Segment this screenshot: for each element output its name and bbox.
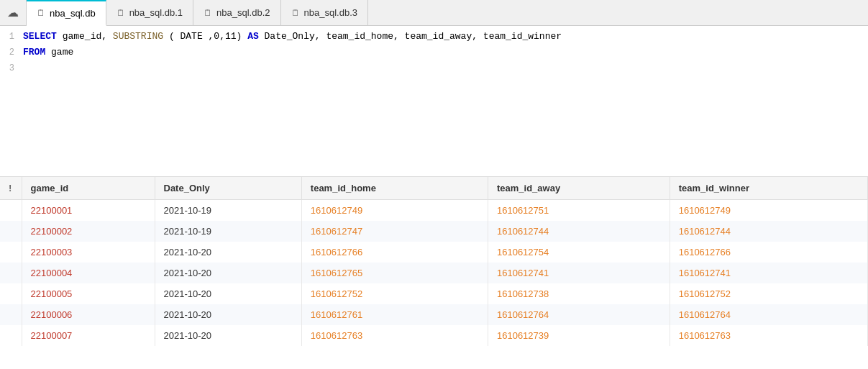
tab-label-3: nba_sql.db.2 [216,7,270,18]
tab-bar: ☁ 🗒 nba_sql.db 🗒 nba_sql.db.1 🗒 nba_sql.… [0,0,868,26]
cell-team-winner: 1610612741 [670,263,867,283]
table-row: 22100007 2021-10-20 1610612763 161061273… [0,325,868,346]
cell-indicator [0,221,22,242]
results-panel: ! game_id Date_Only team_id_home team_id… [0,177,868,346]
cell-team-home: 1610612761 [301,304,488,325]
tab-nba-sql-db-1[interactable]: 🗒 nba_sql.db.1 [106,0,193,25]
cell-indicator [0,263,22,283]
tab-nba-sql-db[interactable]: 🗒 nba_sql.db [27,0,106,26]
cell-team-winner: 1610612752 [670,283,867,304]
table-row: 22100005 2021-10-20 1610612752 161061273… [0,283,868,304]
line-content-2: FROM game [20,45,868,60]
table-row: 22100002 2021-10-19 1610612747 161061274… [0,221,868,242]
cell-date: 2021-10-20 [155,283,301,304]
cell-team-winner: 1610612766 [670,242,867,263]
cell-date: 2021-10-20 [155,304,301,325]
cell-date: 2021-10-20 [155,325,301,346]
cell-game-id: 22100004 [22,263,155,283]
cell-game-id: 22100002 [22,221,155,242]
table-row: 22100003 2021-10-20 1610612766 161061275… [0,242,868,263]
cell-team-home: 1610612765 [301,263,488,283]
cell-team-home: 1610612747 [301,221,488,242]
editor-line-2: 2 FROM game [0,45,868,60]
col-header-team-id-home[interactable]: team_id_home [301,177,488,200]
db-icon-2: 🗒 [117,8,125,18]
cell-team-home: 1610612763 [301,325,488,346]
cell-team-away: 1610612741 [488,263,670,283]
cell-game-id: 22100003 [22,242,155,263]
cell-team-away: 1610612754 [488,242,670,263]
col-header-team-id-away[interactable]: team_id_away [488,177,670,200]
col-header-indicator: ! [0,177,22,200]
sql-editor[interactable]: 1 SELECT game_id, SUBSTRING ( DATE ,0,11… [0,26,868,177]
cell-team-winner: 1610612749 [670,200,867,222]
results-table: ! game_id Date_Only team_id_home team_id… [0,177,868,346]
cell-team-away: 1610612764 [488,304,670,325]
db-icon-3: 🗒 [204,8,212,18]
tab-nba-sql-db-2[interactable]: 🗒 nba_sql.db.2 [193,0,280,25]
col-header-date-only[interactable]: Date_Only [155,177,301,200]
table-body: 22100001 2021-10-19 1610612749 161061275… [0,200,868,347]
cell-date: 2021-10-20 [155,242,301,263]
cell-team-home: 1610612752 [301,283,488,304]
cell-game-id: 22100001 [22,200,155,222]
table-row: 22100004 2021-10-20 1610612765 161061274… [0,263,868,283]
tab-label-4: nba_sql.db.3 [304,7,357,18]
cell-team-away: 1610612751 [488,200,670,222]
cell-date: 2021-10-19 [155,200,301,222]
col-header-team-id-winner[interactable]: team_id_winner [670,177,867,200]
cell-team-winner: 1610612744 [670,221,867,242]
cell-indicator [0,200,22,222]
tab-nba-sql-db-3[interactable]: 🗒 nba_sql.db.3 [281,0,368,25]
table-row: 22100001 2021-10-19 1610612749 161061275… [0,200,868,222]
line-content-1: SELECT game_id, SUBSTRING ( DATE ,0,11) … [20,29,868,45]
cell-team-away: 1610612739 [488,325,670,346]
table-row: 22100006 2021-10-20 1610612761 161061276… [0,304,868,325]
col-header-game-id[interactable]: game_id [22,177,155,200]
cell-game-id: 22100007 [22,325,155,346]
cell-team-home: 1610612766 [301,242,488,263]
db-icon-4: 🗒 [291,8,300,18]
cell-indicator [0,304,22,325]
tab-label-2: nba_sql.db.1 [129,7,183,18]
cell-indicator [0,242,22,263]
cell-team-winner: 1610612764 [670,304,867,325]
table-header-row: ! game_id Date_Only team_id_home team_id… [0,177,868,200]
cell-indicator [0,283,22,304]
cell-game-id: 22100005 [22,283,155,304]
cell-team-away: 1610612738 [488,283,670,304]
cell-date: 2021-10-19 [155,221,301,242]
cell-game-id: 22100006 [22,304,155,325]
cell-team-winner: 1610612763 [670,325,867,346]
line-number-2: 2 [0,45,20,60]
tab-label-1: nba_sql.db [50,8,96,19]
cell-team-away: 1610612744 [488,221,670,242]
editor-line-1: 1 SELECT game_id, SUBSTRING ( DATE ,0,11… [0,29,868,45]
db-icon-1: 🗒 [37,8,45,18]
editor-line-3: 3 [0,60,868,76]
line-number-3: 3 [0,60,20,76]
line-number-1: 1 [0,29,20,45]
cell-indicator [0,325,22,346]
cloud-icon[interactable]: ☁ [0,0,27,25]
cell-team-home: 1610612749 [301,200,488,222]
cell-date: 2021-10-20 [155,263,301,283]
